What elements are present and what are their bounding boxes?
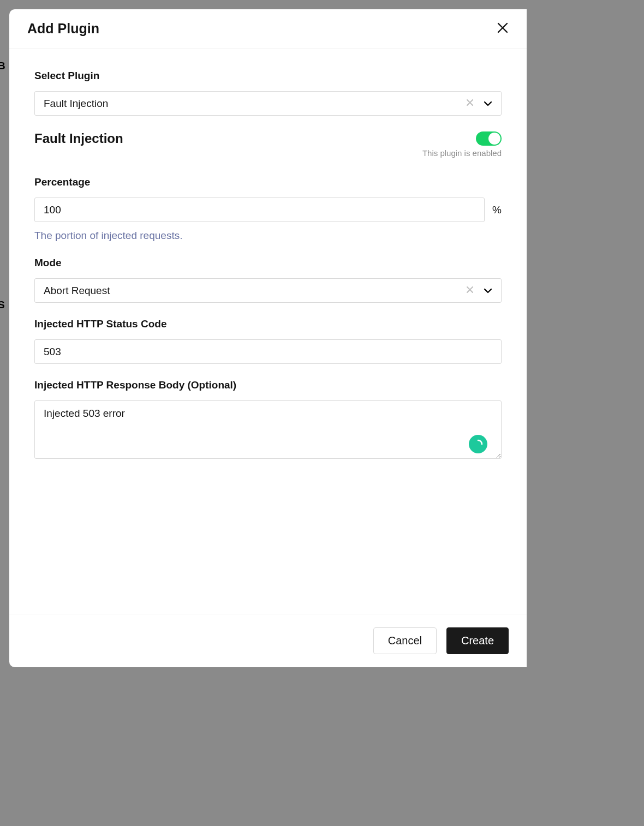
select-plugin-value: Fault Injection (44, 98, 466, 110)
cancel-button[interactable]: Cancel (373, 627, 437, 654)
backdrop-text-2: S (0, 299, 5, 311)
clear-icon[interactable] (466, 99, 474, 108)
plugin-title-row: Fault Injection (34, 131, 502, 146)
response-body-field: Injected HTTP Response Body (Optional) (34, 379, 502, 461)
modal-title: Add Plugin (27, 21, 99, 37)
add-plugin-modal: Add Plugin Select Plugin Fault Injection (9, 9, 527, 667)
status-code-field: Injected HTTP Status Code (34, 318, 502, 364)
modal-footer: Cancel Create (9, 614, 527, 667)
toggle-knob (488, 133, 500, 145)
mode-chevron-down-icon (484, 286, 492, 296)
mode-value: Abort Request (44, 285, 466, 297)
close-icon[interactable] (497, 22, 509, 36)
percentage-input[interactable] (34, 197, 485, 222)
modal-body: Select Plugin Fault Injection Fault Inje… (9, 49, 527, 614)
response-body-textarea[interactable] (34, 400, 502, 459)
create-button[interactable]: Create (446, 627, 509, 654)
select-plugin-field: Select Plugin Fault Injection (34, 70, 502, 116)
select-icons (466, 99, 492, 109)
mode-clear-icon[interactable] (466, 286, 474, 295)
enable-toggle[interactable] (476, 131, 502, 146)
mode-field: Mode Abort Request (34, 257, 502, 303)
enabled-hint: This plugin is enabled (34, 148, 502, 158)
response-body-label: Injected HTTP Response Body (Optional) (34, 379, 502, 391)
modal-header: Add Plugin (9, 9, 527, 49)
plugin-section-title: Fault Injection (34, 131, 123, 146)
percentage-help: The portion of injected requests. (34, 230, 502, 242)
status-code-label: Injected HTTP Status Code (34, 318, 502, 330)
mode-label: Mode (34, 257, 502, 269)
mode-select-icons (466, 286, 492, 296)
percentage-label: Percentage (34, 176, 502, 188)
select-plugin-label: Select Plugin (34, 70, 502, 82)
select-plugin-dropdown[interactable]: Fault Injection (34, 91, 502, 116)
backdrop-text-1: B (0, 60, 5, 72)
chevron-down-icon (484, 99, 492, 109)
mode-dropdown[interactable]: Abort Request (34, 278, 502, 303)
percentage-suffix: % (492, 204, 502, 216)
status-code-input[interactable] (34, 339, 502, 364)
percentage-field: Percentage % The portion of injected req… (34, 176, 502, 242)
